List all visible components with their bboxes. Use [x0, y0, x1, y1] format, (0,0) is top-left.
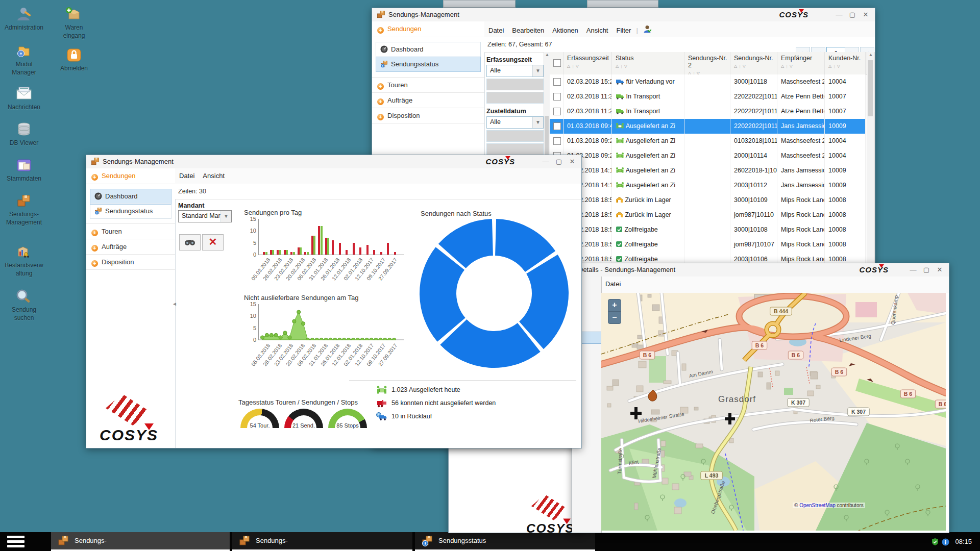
table-row[interactable]: 22.02.2018 18:54 Zurück im Lagerjom987|1… [550, 208, 866, 223]
sidebar-item-dashboard[interactable]: Dashboard [90, 189, 171, 204]
clear-button[interactable]: ✕ [202, 234, 224, 251]
openstreetmap-view[interactable]: Lindener BergQuerenkampAm DammGrasdorfHi… [601, 293, 946, 531]
column-header[interactable]: Sendungs-Nr. 2△ | ▽ [684, 52, 730, 74]
sort-icons[interactable]: △ | ▽ [781, 64, 824, 68]
column-header[interactable]: Sendungs-Nr.△ | ▽ [730, 52, 777, 74]
row-checkbox[interactable] [553, 108, 561, 115]
title-bar[interactable]: Details - Sendungs-Management COSYS — ▢ … [572, 263, 949, 277]
sidebar-group-touren[interactable]: +Touren [86, 223, 175, 239]
table-row[interactable]: 02.03.2018 11:34 In Transport22022022|10… [550, 89, 866, 105]
sidebar-item-dashboard[interactable]: Dashboard [376, 42, 480, 57]
map-zoom-out-button[interactable]: − [608, 311, 621, 324]
filter-date-to[interactable] [486, 143, 544, 155]
column-header[interactable]: Kunden-Nr.△ | ▽ [825, 52, 866, 74]
desktop-icon-waren-eingang[interactable]: Wareneingang [51, 6, 97, 39]
menu-item-ansicht[interactable]: Ansicht [203, 172, 225, 180]
maximize-button[interactable]: ▢ [553, 157, 565, 167]
desktop-icon-db-viewer[interactable]: DB Viewer [1, 121, 47, 146]
title-bar[interactable]: Sendungs-Management COSYS — ▢ ✕ [372, 8, 875, 22]
filter-date-from[interactable] [486, 130, 544, 142]
user-icon[interactable] [643, 25, 651, 34]
map-attribution[interactable]: © OpenStreetMap contributors [793, 503, 865, 508]
desktop-icon-sendungs-management[interactable]: Sendungs-Management [1, 193, 47, 226]
select-all-checkbox[interactable] [553, 59, 561, 67]
close-button[interactable]: ✕ [860, 10, 872, 20]
table-row[interactable]: 01.03.2018 09:23 Ausgeliefert an Zi2000|… [550, 148, 866, 164]
desktop-icon-sendung-suchen[interactable]: Sendungsuchen [1, 288, 47, 321]
row-checkbox[interactable] [553, 93, 561, 101]
minimize-button[interactable]: — [833, 10, 845, 20]
row-checkbox[interactable] [553, 122, 561, 130]
table-row[interactable]: 22.02.2018 18:55 Zurück im Lager3000|101… [550, 193, 866, 208]
sidebar-group-disposition[interactable]: +Disposition [372, 108, 484, 123]
menu-item-datei[interactable]: Datei [488, 27, 504, 34]
clock[interactable]: 08:15 [955, 538, 972, 545]
maximize-button[interactable]: ▢ [920, 265, 933, 275]
sort-icons[interactable]: △ | ▽ [567, 64, 611, 68]
shield-icon[interactable] [931, 538, 939, 546]
sidebar-root-sendungen[interactable]: +Sendungen [372, 21, 484, 37]
table-row[interactable]: 22.02.2018 18:50 Zollfreigabejom987|1010… [550, 237, 866, 253]
desktop-icon-nachrichten[interactable]: Nachrichten [1, 86, 47, 111]
filter-date-from[interactable] [486, 79, 544, 90]
column-header[interactable]: Erfassungszeit△ | ▽ [564, 52, 612, 74]
table-row[interactable]: 01.03.2018 09:47 Ausgeliefert an Zi22022… [550, 119, 866, 134]
map-canvas[interactable]: Lindener BergQuerenkampAm DammGrasdorfHi… [601, 293, 947, 532]
sidebar-group-disposition[interactable]: +Disposition [86, 255, 175, 270]
table-row[interactable]: 02.03.2018 15:28 für Verladung vor3000|1… [550, 74, 866, 90]
bar-red [311, 236, 313, 255]
menu-item-datei[interactable]: Datei [605, 280, 621, 288]
taskbar-task-1[interactable]: Sendungs- [51, 532, 230, 551]
table-row[interactable]: 26.02.2018 14:18 Ausgeliefert an Zi26022… [550, 163, 866, 179]
desktop-icon-stammdaten[interactable]: Stammdaten [1, 157, 47, 182]
menu-item-datei[interactable]: Datei [179, 172, 194, 180]
desktop-icon-modul-manager[interactable]: ModulManager [1, 43, 47, 76]
desktop-icon-bestandsverwaltung[interactable]: Bestandsverwaltung [1, 244, 47, 277]
close-button[interactable]: ✕ [934, 265, 946, 275]
sidebar-root-sendungen[interactable]: +Sendungen [86, 168, 175, 184]
menu-item-aktionen[interactable]: Aktionen [552, 27, 578, 34]
table-row[interactable]: 26.02.2018 14:18 Ausgeliefert an Zi2003|… [550, 178, 866, 193]
menu-item-filter[interactable]: Filter [616, 27, 631, 34]
bar-green [327, 238, 329, 255]
row-checkbox[interactable] [553, 78, 561, 86]
sort-icons[interactable]: △ | ▽ [734, 64, 777, 68]
table-cell: 10004 [825, 148, 866, 163]
menu-item-bearbeiten[interactable]: Bearbeiten [512, 27, 544, 34]
openstreetmap-link[interactable]: OpenStreetMap [799, 503, 836, 508]
sidebar-collapse-icon[interactable]: ◄ [172, 301, 177, 307]
filter-select-zustelldatum[interactable]: Alle▼ [486, 116, 544, 129]
map-zoom-in-button[interactable]: + [608, 299, 621, 312]
row-checkbox[interactable] [553, 137, 561, 145]
table-row[interactable]: 22.02.2018 18:50 Zollfreigabe3000|10108M… [550, 222, 866, 238]
sidebar-group-aufträge[interactable]: +Aufträge [372, 93, 484, 108]
column-header[interactable]: Empfänger△ | ▽ [777, 52, 825, 74]
sort-icons[interactable]: △ | ▽ [828, 64, 865, 68]
table-cell: 10007 [825, 104, 866, 119]
sort-icons[interactable]: △ | ▽ [616, 64, 684, 68]
start-menu-button[interactable] [7, 536, 31, 548]
menu-item-ansicht[interactable]: Ansicht [586, 27, 608, 34]
filter-date-to[interactable] [486, 92, 544, 104]
sidebar-group-touren[interactable]: +Touren [372, 77, 484, 93]
close-button[interactable]: ✕ [566, 157, 578, 167]
table-row[interactable]: 02.03.2018 11:26 In Transport22022022|10… [550, 104, 866, 119]
sidebar-item-sendungsstatus[interactable]: Sendungsstatus [376, 57, 480, 71]
sidebar-group-aufträge[interactable]: +Aufträge [86, 239, 175, 255]
column-header[interactable]: Status△ | ▽ [612, 52, 684, 74]
minimize-button[interactable]: — [907, 265, 919, 275]
desktop-icon-administration[interactable]: Administration [1, 6, 47, 31]
info-icon[interactable] [942, 538, 949, 546]
table-row[interactable]: 01.03.2018 09:24 Ausgeliefert an Zi01032… [550, 134, 866, 149]
mandant-select[interactable]: Standard Mar▼ [178, 210, 232, 222]
table-cell: 10007 [825, 89, 866, 104]
minimize-button[interactable]: — [540, 157, 552, 167]
scrollbar-thumb[interactable] [868, 60, 873, 116]
maximize-button[interactable]: ▢ [846, 10, 859, 20]
filter-select-erfassungszeit[interactable]: Alle▼ [486, 65, 544, 77]
desktop-icon-abmelden[interactable]: Abmelden [51, 47, 97, 72]
sidebar-item-sendungsstatus[interactable]: Sendungsstatus [90, 204, 171, 218]
search-button[interactable] [179, 234, 201, 251]
taskbar-task-2[interactable]: Sendungs- [232, 532, 412, 551]
title-bar[interactable]: Sendungs-Management COSYS — ▢ ✕ [86, 155, 581, 169]
